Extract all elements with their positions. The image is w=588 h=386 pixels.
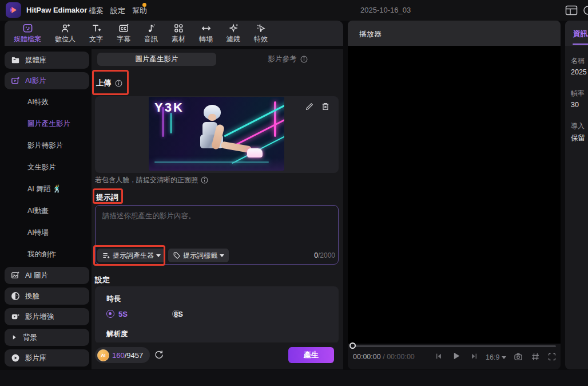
digital-human-icon [60, 23, 71, 34]
duration-label: 時長 [106, 294, 121, 304]
name-label: 名稱 [571, 56, 585, 66]
prompt-generator-button[interactable]: 提示詞產生器 [97, 249, 165, 262]
chevron-down-icon [220, 254, 224, 257]
info-icon[interactable] [201, 176, 208, 184]
name-value: 2025 [571, 68, 587, 76]
delete-image-icon[interactable] [321, 102, 330, 111]
project-name: 2025-10-16_03 [360, 6, 411, 14]
account-icon[interactable] [583, 5, 588, 15]
video-area [348, 46, 561, 344]
layout-icon[interactable] [565, 5, 578, 15]
duration-8s-label[interactable]: 8S [174, 310, 183, 318]
menu-settings[interactable]: 設定 [110, 6, 125, 16]
framerate-value: 30 [571, 101, 579, 109]
help-notification-dot [142, 3, 146, 7]
prompt-input[interactable] [96, 206, 338, 239]
subtitle-icon [118, 23, 129, 34]
sidebar-item-ai-dance[interactable]: AI 舞蹈 🕺 [27, 184, 61, 194]
tab-info-indicator [573, 44, 588, 45]
fullscreen-icon[interactable] [547, 352, 557, 361]
media-icon [22, 23, 33, 34]
chevron-down-icon [156, 254, 161, 257]
info-icon[interactable] [115, 80, 122, 87]
grid-icon[interactable] [531, 352, 540, 361]
toolbar-subtitle[interactable]: 字幕 [117, 23, 130, 44]
resolution-label: 解析度 [106, 329, 128, 339]
toolbar-media[interactable]: 媒體檔案 [14, 23, 41, 44]
toolbar-digital-human[interactable]: 數位人 [55, 23, 76, 44]
credits-total: /9457 [125, 351, 144, 360]
elements-icon [173, 23, 184, 34]
audio-icon [146, 23, 157, 34]
chevron-right-icon [11, 334, 18, 341]
sidebar-item-image-to-video[interactable]: 圖片產生影片 [27, 119, 70, 129]
settings-section-label: 設定 [95, 275, 110, 285]
sidebar-item-ai-video[interactable]: AI影片 [5, 72, 89, 89]
playhead-handle[interactable] [349, 342, 356, 349]
tab-image-to-video[interactable]: 圖片產生影片 [97, 53, 216, 66]
menu-file[interactable]: 檔案 [89, 6, 104, 16]
prompt-tags-button[interactable]: 提示詞標籤 [168, 249, 229, 262]
uploaded-image-preview: Y3K [149, 97, 284, 171]
previous-frame-icon[interactable] [435, 352, 443, 360]
snapshot-icon[interactable] [514, 352, 523, 361]
toolbar-effects[interactable]: 特效 [254, 23, 268, 44]
sidebar-item-text-to-video[interactable]: 文生影片 [27, 163, 56, 172]
generate-button[interactable]: 產生 [288, 347, 334, 363]
sidebar-item-video-enhance[interactable]: 影片增強 [5, 308, 89, 325]
video-enhance-icon [11, 312, 20, 321]
sidebar-item-media-library[interactable]: 媒體庫 [5, 52, 89, 69]
duration-5s-radio[interactable] [106, 310, 114, 318]
timeline-toolbar: 分割 [0, 370, 588, 386]
import-value: 保留 [571, 133, 585, 143]
prompt-list-icon [102, 251, 110, 260]
import-label: 導入 [571, 121, 585, 131]
tab-video-reference[interactable]: 影片參考 [251, 53, 325, 66]
sidebar-item-video-library[interactable]: 影片庫 [5, 349, 89, 367]
sidebar-item-ai-animation[interactable]: AI動畫 [27, 206, 49, 216]
sidebar-item-my-creations[interactable]: 我的創作 [27, 250, 56, 259]
ai-image-icon [11, 271, 20, 280]
sidebar-item-video-to-video[interactable]: 影片轉影片 [27, 141, 63, 151]
chevron-down-icon [502, 356, 506, 359]
time-display: 00:00:00 / 00:00:00 [353, 353, 415, 361]
sidebar-item-ai-image[interactable]: AI 圖片 [5, 267, 89, 284]
menu-help[interactable]: 幫助 [132, 6, 147, 16]
sidebar-item-background[interactable]: 背景 [5, 329, 89, 346]
asset-toolbar: 媒體檔案 數位人 文字 字幕 音訊 素材 轉場 濾鏡 [5, 21, 343, 46]
play-icon[interactable] [451, 351, 461, 361]
toolbar-audio[interactable]: 音訊 [144, 23, 158, 44]
toolbar-filter[interactable]: 濾鏡 [227, 23, 240, 44]
sidebar-item-ai-effects[interactable]: AI特效 [27, 97, 49, 107]
toolbar-text[interactable]: 文字 [89, 23, 103, 44]
refresh-credits-icon[interactable] [154, 349, 164, 359]
folder-icon [11, 56, 20, 65]
ai-coin-icon: AI [97, 349, 109, 361]
face-swap-icon [11, 292, 20, 301]
sidebar-item-ai-transition[interactable]: AI轉場 [27, 228, 49, 238]
toolbar-transition[interactable]: 轉場 [199, 23, 213, 44]
next-frame-icon[interactable] [470, 352, 478, 360]
video-library-icon [11, 353, 20, 363]
face-hint: 若包含人臉，請提交清晰的正面照 [95, 175, 208, 185]
top-menu-bar: HitPaw Edimakor 檔案 設定 幫助 2025-10-16_03 [0, 0, 588, 21]
duration-5s-label[interactable]: 5S [118, 310, 128, 318]
sidebar-item-face-swap[interactable]: 換臉 [5, 287, 89, 305]
text-icon [91, 23, 102, 34]
playhead-track[interactable] [352, 345, 556, 347]
player-title: 播放器 [359, 29, 382, 40]
filter-icon [228, 23, 239, 34]
dancer-emoji-icon: 🕺 [53, 185, 62, 193]
char-counter: 0/2000 [314, 251, 335, 259]
toolbar-elements[interactable]: 素材 [172, 23, 185, 44]
credits-used: 160 [112, 351, 125, 360]
info-icon [300, 56, 308, 63]
effects-icon [256, 23, 267, 34]
aspect-ratio-dropdown[interactable]: 16:9 [486, 353, 506, 361]
main-panel: 圖片產生影片 影片參考 上傳 Y3K [92, 49, 343, 369]
app-title: HitPaw Edimakor [26, 6, 87, 14]
app-window: HitPaw Edimakor 檔案 設定 幫助 2025-10-16_03 媒… [0, 0, 588, 386]
ai-video-icon [11, 76, 20, 85]
edit-image-icon[interactable] [305, 102, 314, 111]
tab-info[interactable]: 資訊 [573, 29, 588, 39]
